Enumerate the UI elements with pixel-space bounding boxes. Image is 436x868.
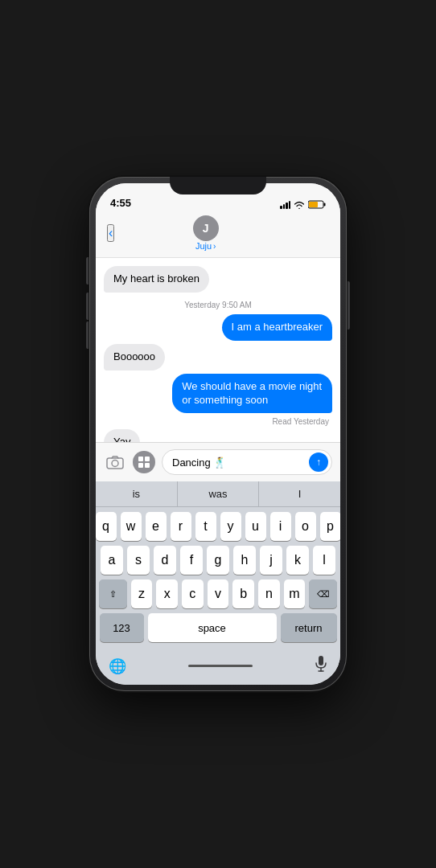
key-z[interactable]: z	[131, 579, 153, 608]
key-n[interactable]: n	[258, 579, 280, 608]
camera-icon	[106, 455, 124, 469]
predict-item-3[interactable]: I	[259, 481, 340, 506]
key-q[interactable]: q	[96, 512, 117, 541]
bottom-bar-icons: 🌐	[109, 655, 327, 677]
key-o[interactable]: o	[295, 512, 316, 541]
svg-rect-7	[138, 463, 143, 468]
read-receipt: Read Yesterday	[104, 417, 332, 426]
message-row-4: Boooooo	[104, 344, 332, 371]
apps-icon	[138, 456, 150, 469]
return-key[interactable]: return	[281, 613, 337, 642]
status-icons	[280, 200, 326, 209]
contact-name: Juju ›	[195, 241, 216, 251]
key-k[interactable]: k	[286, 546, 309, 575]
key-i[interactable]: i	[270, 512, 291, 541]
svg-point-4	[112, 461, 118, 467]
signal-bar-4	[289, 201, 291, 209]
svg-rect-2	[309, 202, 318, 207]
svg-rect-6	[145, 457, 150, 461]
message-row-5: We should have a movie night or somethin…	[104, 374, 332, 414]
predict-item-1[interactable]: is	[96, 481, 178, 506]
delete-key[interactable]: ⌫	[309, 579, 337, 608]
keyboard: q w e r t y u i o p a s d f g h j k	[96, 507, 340, 650]
mic-icon[interactable]	[315, 655, 327, 677]
keyboard-row-2: a s d f g h j k l	[99, 546, 337, 575]
signal-bars	[280, 201, 290, 209]
key-s[interactable]: s	[127, 546, 150, 575]
predictive-bar: is was I	[96, 481, 340, 507]
key-t[interactable]: t	[195, 512, 216, 541]
key-j[interactable]: j	[260, 546, 282, 575]
keyboard-row-1: q w e r t y u i o p	[99, 512, 337, 541]
svg-rect-9	[319, 656, 323, 665]
input-area: Dancing 🕺 ↑	[96, 442, 340, 481]
key-a[interactable]: a	[101, 546, 123, 575]
signal-bar-2	[283, 204, 286, 209]
notch	[170, 177, 266, 194]
bubble-text-1: My heart is broken	[113, 272, 199, 285]
svg-rect-1	[324, 203, 326, 207]
signal-bar-1	[280, 206, 282, 209]
message-input[interactable]: Dancing 🕺	[172, 457, 226, 469]
globe-icon[interactable]: 🌐	[109, 657, 126, 675]
wifi-icon	[294, 201, 305, 209]
bubble-text-7: Yay	[113, 436, 130, 442]
bubble-outgoing-3: I am a heartbreaker	[222, 314, 332, 341]
contact-info[interactable]: J Juju ›	[193, 215, 219, 251]
nums-key[interactable]: 123	[100, 613, 144, 642]
space-key[interactable]: space	[148, 613, 277, 642]
svg-rect-8	[145, 463, 150, 468]
status-time: 4:55	[110, 197, 131, 209]
messages-area: My heart is broken Yesterday 9:50 AM I a…	[96, 258, 340, 442]
key-g[interactable]: g	[207, 546, 229, 575]
bubble-text-5: We should have a movie night or somethin…	[182, 380, 322, 406]
shift-key[interactable]: ⇧	[99, 579, 127, 608]
key-d[interactable]: d	[154, 546, 176, 575]
predict-item-2[interactable]: was	[178, 481, 260, 506]
camera-button[interactable]	[104, 451, 126, 473]
bubble-incoming-4: Boooooo	[104, 344, 165, 371]
contact-avatar: J	[193, 215, 219, 241]
message-input-container[interactable]: Dancing 🕺 ↑	[162, 449, 332, 475]
key-e[interactable]: e	[146, 512, 167, 541]
key-w[interactable]: w	[121, 512, 142, 541]
key-h[interactable]: h	[233, 546, 256, 575]
key-l[interactable]: l	[313, 546, 335, 575]
bubble-incoming-1: My heart is broken	[104, 266, 209, 293]
message-row-3: I am a heartbreaker	[104, 314, 332, 341]
phone-screen: 4:55	[96, 183, 340, 685]
key-p[interactable]: p	[320, 512, 341, 541]
apps-button[interactable]	[133, 451, 155, 473]
key-c[interactable]: c	[182, 579, 204, 608]
bottom-bar: 🌐	[96, 650, 340, 685]
message-row-1: My heart is broken	[104, 266, 332, 293]
key-b[interactable]: b	[232, 579, 254, 608]
bubble-outgoing-5: We should have a movie night or somethin…	[172, 374, 332, 414]
signal-bar-3	[286, 203, 288, 209]
key-y[interactable]: y	[220, 512, 241, 541]
keyboard-row-3: ⇧ z x c v b n m ⌫	[99, 579, 337, 608]
bubble-text-3: I am a heartbreaker	[232, 321, 323, 333]
bubble-text-4: Boooooo	[113, 350, 155, 362]
key-u[interactable]: u	[245, 512, 266, 541]
back-button[interactable]: ‹	[107, 224, 114, 242]
key-v[interactable]: v	[208, 579, 229, 608]
message-row-7: Yay	[104, 429, 332, 442]
key-x[interactable]: x	[156, 579, 178, 608]
battery-icon	[308, 200, 326, 209]
send-button[interactable]: ↑	[309, 452, 328, 472]
nav-bar: ‹ J Juju ›	[96, 212, 340, 258]
key-f[interactable]: f	[180, 546, 203, 575]
phone-frame: 4:55	[89, 177, 347, 691]
key-m[interactable]: m	[284, 579, 306, 608]
keyboard-row-4: 123 space return	[99, 613, 337, 642]
bubble-incoming-7: Yay	[104, 429, 140, 442]
svg-rect-5	[138, 457, 143, 461]
key-r[interactable]: r	[171, 512, 191, 541]
timestamp-1: Yesterday 9:50 AM	[104, 301, 332, 309]
home-indicator[interactable]	[188, 665, 253, 667]
